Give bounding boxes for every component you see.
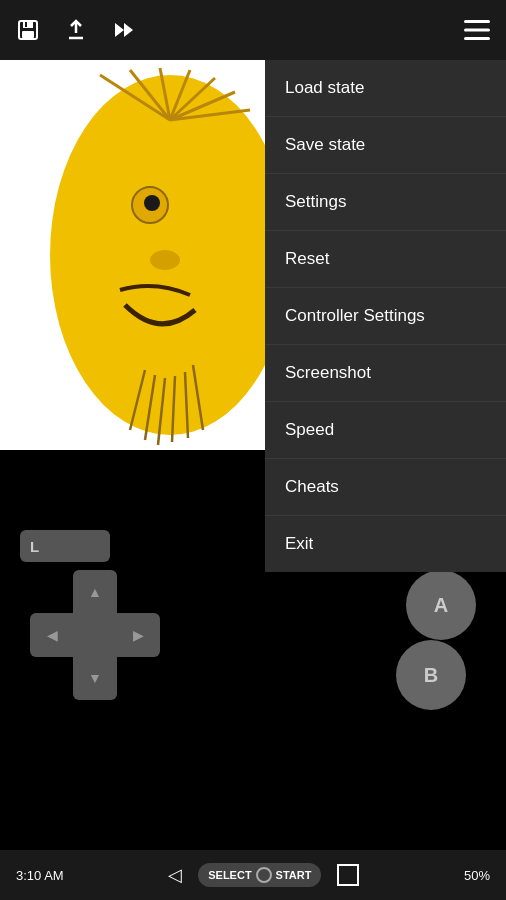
start-label[interactable]: START (276, 869, 312, 881)
dpad-right-button[interactable]: ▶ (116, 613, 160, 657)
menu-item-save-state[interactable]: Save state (265, 117, 506, 174)
dpad: ▲ ▼ ◀ ▶ (30, 570, 160, 700)
toolbar-left-icons (16, 18, 136, 42)
svg-point-22 (150, 250, 180, 270)
menu-item-cheats[interactable]: Cheats (265, 459, 506, 516)
ab-buttons: A B (396, 570, 476, 710)
dropdown-menu: Load state Save state Settings Reset Con… (265, 60, 506, 572)
bottom-bar: 3:10 AM ◁ SELECT START 50% (0, 850, 506, 900)
svg-marker-6 (115, 23, 124, 37)
save-icon[interactable] (16, 18, 40, 42)
select-label[interactable]: SELECT (208, 869, 251, 881)
dpad-up-button[interactable]: ▲ (73, 570, 117, 614)
menu-item-exit[interactable]: Exit (265, 516, 506, 572)
status-time: 3:10 AM (16, 868, 64, 883)
toolbar (0, 0, 506, 60)
svg-rect-3 (25, 22, 27, 27)
menu-item-reset[interactable]: Reset (265, 231, 506, 288)
menu-item-settings[interactable]: Settings (265, 174, 506, 231)
svg-rect-2 (22, 31, 34, 38)
menu-icon[interactable] (464, 20, 490, 40)
home-circle-icon[interactable] (256, 867, 272, 883)
game-screen (0, 60, 265, 450)
dpad-left-button[interactable]: ◀ (30, 613, 74, 657)
square-button[interactable] (337, 864, 359, 886)
fast-forward-icon[interactable] (112, 18, 136, 42)
b-button[interactable]: B (396, 640, 466, 710)
svg-rect-9 (464, 29, 490, 32)
svg-rect-10 (464, 37, 490, 40)
a-button[interactable]: A (406, 570, 476, 640)
svg-rect-1 (23, 21, 33, 28)
back-button[interactable]: ◁ (168, 864, 182, 886)
svg-rect-8 (464, 20, 490, 23)
upload-icon[interactable] (64, 18, 88, 42)
select-start-buttons: SELECT START (198, 863, 321, 887)
menu-item-controller-settings[interactable]: Controller Settings (265, 288, 506, 345)
svg-marker-7 (124, 23, 133, 37)
menu-item-speed[interactable]: Speed (265, 402, 506, 459)
battery-percent: 50% (464, 868, 490, 883)
menu-item-load-state[interactable]: Load state (265, 60, 506, 117)
l-button[interactable]: L (20, 530, 110, 562)
svg-point-21 (144, 195, 160, 211)
dpad-down-button[interactable]: ▼ (73, 656, 117, 700)
dpad-middle (73, 613, 117, 657)
bottom-nav: ◁ SELECT START (168, 863, 359, 887)
menu-item-screenshot[interactable]: Screenshot (265, 345, 506, 402)
